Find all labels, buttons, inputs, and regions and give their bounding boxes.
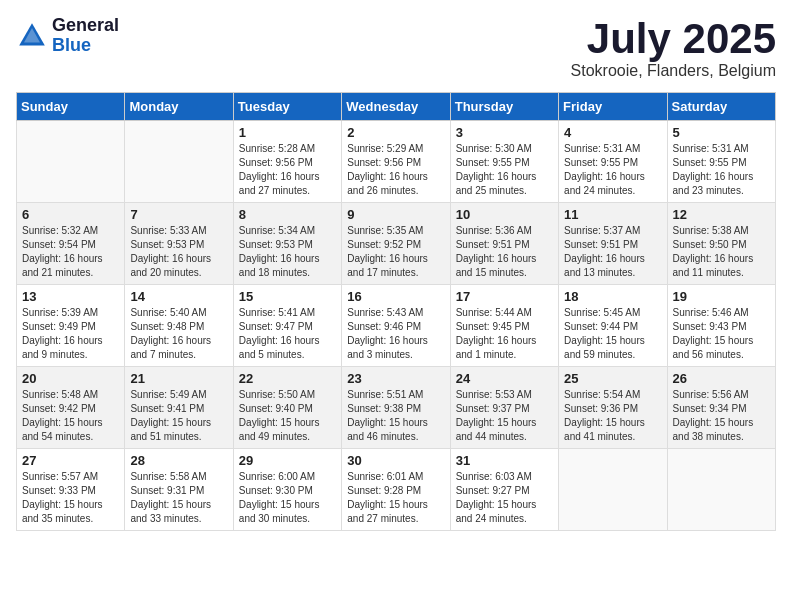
day-info: Sunrise: 5:56 AM Sunset: 9:34 PM Dayligh… bbox=[673, 388, 770, 444]
day-info: Sunrise: 5:51 AM Sunset: 9:38 PM Dayligh… bbox=[347, 388, 444, 444]
calendar-day-cell bbox=[667, 449, 775, 531]
day-number: 8 bbox=[239, 207, 336, 222]
calendar-day-cell: 17Sunrise: 5:44 AM Sunset: 9:45 PM Dayli… bbox=[450, 285, 558, 367]
day-info: Sunrise: 5:45 AM Sunset: 9:44 PM Dayligh… bbox=[564, 306, 661, 362]
month-title: July 2025 bbox=[571, 16, 776, 62]
day-number: 24 bbox=[456, 371, 553, 386]
calendar-day-cell: 1Sunrise: 5:28 AM Sunset: 9:56 PM Daylig… bbox=[233, 121, 341, 203]
day-number: 16 bbox=[347, 289, 444, 304]
calendar-week-row: 20Sunrise: 5:48 AM Sunset: 9:42 PM Dayli… bbox=[17, 367, 776, 449]
day-info: Sunrise: 5:57 AM Sunset: 9:33 PM Dayligh… bbox=[22, 470, 119, 526]
calendar-header-day: Saturday bbox=[667, 93, 775, 121]
calendar-table: SundayMondayTuesdayWednesdayThursdayFrid… bbox=[16, 92, 776, 531]
day-info: Sunrise: 5:34 AM Sunset: 9:53 PM Dayligh… bbox=[239, 224, 336, 280]
calendar-header-day: Monday bbox=[125, 93, 233, 121]
day-number: 11 bbox=[564, 207, 661, 222]
calendar-day-cell bbox=[17, 121, 125, 203]
calendar-day-cell: 25Sunrise: 5:54 AM Sunset: 9:36 PM Dayli… bbox=[559, 367, 667, 449]
logo-blue-text: Blue bbox=[52, 36, 119, 56]
calendar-header-day: Tuesday bbox=[233, 93, 341, 121]
day-number: 25 bbox=[564, 371, 661, 386]
calendar-header-day: Thursday bbox=[450, 93, 558, 121]
location-text: Stokrooie, Flanders, Belgium bbox=[571, 62, 776, 80]
day-number: 19 bbox=[673, 289, 770, 304]
calendar-day-cell: 7Sunrise: 5:33 AM Sunset: 9:53 PM Daylig… bbox=[125, 203, 233, 285]
calendar-day-cell: 15Sunrise: 5:41 AM Sunset: 9:47 PM Dayli… bbox=[233, 285, 341, 367]
day-number: 6 bbox=[22, 207, 119, 222]
calendar-header-day: Wednesday bbox=[342, 93, 450, 121]
calendar-day-cell: 29Sunrise: 6:00 AM Sunset: 9:30 PM Dayli… bbox=[233, 449, 341, 531]
day-info: Sunrise: 5:53 AM Sunset: 9:37 PM Dayligh… bbox=[456, 388, 553, 444]
day-info: Sunrise: 5:31 AM Sunset: 9:55 PM Dayligh… bbox=[564, 142, 661, 198]
day-number: 7 bbox=[130, 207, 227, 222]
day-number: 15 bbox=[239, 289, 336, 304]
day-number: 1 bbox=[239, 125, 336, 140]
calendar-week-row: 13Sunrise: 5:39 AM Sunset: 9:49 PM Dayli… bbox=[17, 285, 776, 367]
day-info: Sunrise: 5:31 AM Sunset: 9:55 PM Dayligh… bbox=[673, 142, 770, 198]
day-info: Sunrise: 5:35 AM Sunset: 9:52 PM Dayligh… bbox=[347, 224, 444, 280]
page-header: General Blue July 2025 Stokrooie, Flande… bbox=[16, 16, 776, 80]
calendar-day-cell: 4Sunrise: 5:31 AM Sunset: 9:55 PM Daylig… bbox=[559, 121, 667, 203]
day-number: 9 bbox=[347, 207, 444, 222]
calendar-header-day: Sunday bbox=[17, 93, 125, 121]
day-info: Sunrise: 5:28 AM Sunset: 9:56 PM Dayligh… bbox=[239, 142, 336, 198]
calendar-day-cell: 6Sunrise: 5:32 AM Sunset: 9:54 PM Daylig… bbox=[17, 203, 125, 285]
day-info: Sunrise: 5:36 AM Sunset: 9:51 PM Dayligh… bbox=[456, 224, 553, 280]
day-number: 23 bbox=[347, 371, 444, 386]
calendar-day-cell: 9Sunrise: 5:35 AM Sunset: 9:52 PM Daylig… bbox=[342, 203, 450, 285]
logo-general-text: General bbox=[52, 16, 119, 36]
day-number: 14 bbox=[130, 289, 227, 304]
day-number: 2 bbox=[347, 125, 444, 140]
day-info: Sunrise: 5:38 AM Sunset: 9:50 PM Dayligh… bbox=[673, 224, 770, 280]
calendar-day-cell: 28Sunrise: 5:58 AM Sunset: 9:31 PM Dayli… bbox=[125, 449, 233, 531]
day-info: Sunrise: 5:44 AM Sunset: 9:45 PM Dayligh… bbox=[456, 306, 553, 362]
calendar-day-cell: 16Sunrise: 5:43 AM Sunset: 9:46 PM Dayli… bbox=[342, 285, 450, 367]
day-number: 13 bbox=[22, 289, 119, 304]
day-info: Sunrise: 5:39 AM Sunset: 9:49 PM Dayligh… bbox=[22, 306, 119, 362]
day-number: 17 bbox=[456, 289, 553, 304]
day-info: Sunrise: 5:50 AM Sunset: 9:40 PM Dayligh… bbox=[239, 388, 336, 444]
day-info: Sunrise: 5:58 AM Sunset: 9:31 PM Dayligh… bbox=[130, 470, 227, 526]
day-number: 10 bbox=[456, 207, 553, 222]
day-info: Sunrise: 5:41 AM Sunset: 9:47 PM Dayligh… bbox=[239, 306, 336, 362]
day-info: Sunrise: 6:00 AM Sunset: 9:30 PM Dayligh… bbox=[239, 470, 336, 526]
logo: General Blue bbox=[16, 16, 119, 56]
calendar-week-row: 6Sunrise: 5:32 AM Sunset: 9:54 PM Daylig… bbox=[17, 203, 776, 285]
calendar-week-row: 1Sunrise: 5:28 AM Sunset: 9:56 PM Daylig… bbox=[17, 121, 776, 203]
calendar-day-cell: 23Sunrise: 5:51 AM Sunset: 9:38 PM Dayli… bbox=[342, 367, 450, 449]
calendar-day-cell: 27Sunrise: 5:57 AM Sunset: 9:33 PM Dayli… bbox=[17, 449, 125, 531]
calendar-day-cell: 2Sunrise: 5:29 AM Sunset: 9:56 PM Daylig… bbox=[342, 121, 450, 203]
day-info: Sunrise: 5:46 AM Sunset: 9:43 PM Dayligh… bbox=[673, 306, 770, 362]
day-info: Sunrise: 6:01 AM Sunset: 9:28 PM Dayligh… bbox=[347, 470, 444, 526]
calendar-day-cell: 11Sunrise: 5:37 AM Sunset: 9:51 PM Dayli… bbox=[559, 203, 667, 285]
day-number: 31 bbox=[456, 453, 553, 468]
day-number: 26 bbox=[673, 371, 770, 386]
day-info: Sunrise: 5:29 AM Sunset: 9:56 PM Dayligh… bbox=[347, 142, 444, 198]
calendar-day-cell bbox=[125, 121, 233, 203]
calendar-day-cell: 19Sunrise: 5:46 AM Sunset: 9:43 PM Dayli… bbox=[667, 285, 775, 367]
day-number: 27 bbox=[22, 453, 119, 468]
calendar-day-cell: 12Sunrise: 5:38 AM Sunset: 9:50 PM Dayli… bbox=[667, 203, 775, 285]
calendar-day-cell: 21Sunrise: 5:49 AM Sunset: 9:41 PM Dayli… bbox=[125, 367, 233, 449]
day-number: 21 bbox=[130, 371, 227, 386]
calendar-header-day: Friday bbox=[559, 93, 667, 121]
day-number: 29 bbox=[239, 453, 336, 468]
day-number: 22 bbox=[239, 371, 336, 386]
calendar-day-cell: 31Sunrise: 6:03 AM Sunset: 9:27 PM Dayli… bbox=[450, 449, 558, 531]
day-info: Sunrise: 5:37 AM Sunset: 9:51 PM Dayligh… bbox=[564, 224, 661, 280]
day-number: 4 bbox=[564, 125, 661, 140]
day-info: Sunrise: 5:43 AM Sunset: 9:46 PM Dayligh… bbox=[347, 306, 444, 362]
calendar-day-cell: 24Sunrise: 5:53 AM Sunset: 9:37 PM Dayli… bbox=[450, 367, 558, 449]
day-number: 18 bbox=[564, 289, 661, 304]
calendar-day-cell: 5Sunrise: 5:31 AM Sunset: 9:55 PM Daylig… bbox=[667, 121, 775, 203]
calendar-day-cell: 30Sunrise: 6:01 AM Sunset: 9:28 PM Dayli… bbox=[342, 449, 450, 531]
calendar-day-cell: 10Sunrise: 5:36 AM Sunset: 9:51 PM Dayli… bbox=[450, 203, 558, 285]
day-info: Sunrise: 5:54 AM Sunset: 9:36 PM Dayligh… bbox=[564, 388, 661, 444]
day-number: 3 bbox=[456, 125, 553, 140]
calendar-day-cell: 20Sunrise: 5:48 AM Sunset: 9:42 PM Dayli… bbox=[17, 367, 125, 449]
calendar-day-cell: 26Sunrise: 5:56 AM Sunset: 9:34 PM Dayli… bbox=[667, 367, 775, 449]
calendar-day-cell: 8Sunrise: 5:34 AM Sunset: 9:53 PM Daylig… bbox=[233, 203, 341, 285]
day-info: Sunrise: 5:40 AM Sunset: 9:48 PM Dayligh… bbox=[130, 306, 227, 362]
day-info: Sunrise: 5:32 AM Sunset: 9:54 PM Dayligh… bbox=[22, 224, 119, 280]
calendar-day-cell bbox=[559, 449, 667, 531]
